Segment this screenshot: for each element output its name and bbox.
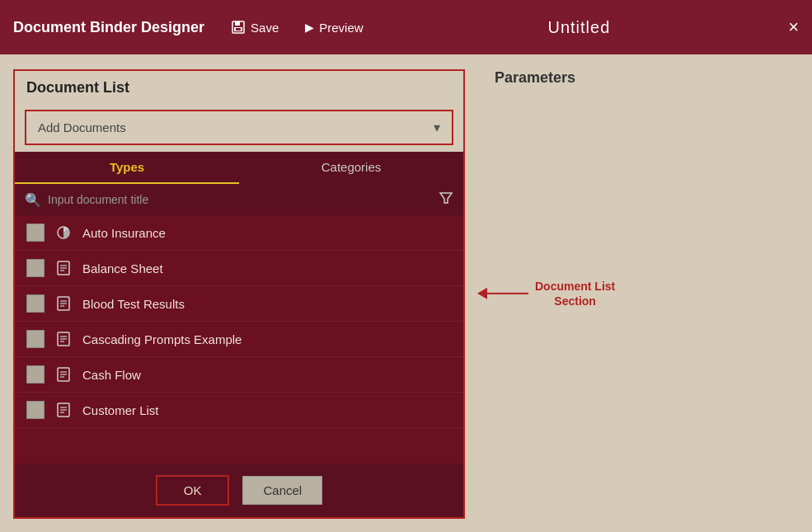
- tab-categories[interactable]: Categories: [239, 152, 463, 184]
- doc-name-6: Customer List: [82, 403, 159, 417]
- doc-icon-pie: [54, 224, 73, 242]
- ok-button[interactable]: OK: [156, 475, 230, 506]
- doc-checkbox-5[interactable]: [26, 365, 45, 384]
- cancel-button[interactable]: Cancel: [242, 476, 322, 505]
- svg-marker-4: [440, 193, 452, 203]
- list-item[interactable]: Cash Flow: [15, 357, 463, 393]
- doc-checkbox-4[interactable]: [26, 330, 45, 348]
- annotation-arrow: [478, 288, 528, 299]
- list-item[interactable]: Cascading Prompts Example: [15, 322, 463, 357]
- doc-name-4: Cascading Prompts Example: [82, 332, 242, 346]
- document-list-container: Document List Add Documents ▾ Types Cate…: [13, 69, 465, 519]
- doc-checkbox-6[interactable]: [26, 401, 45, 419]
- app-title: Document Binder Designer: [13, 19, 204, 36]
- list-item[interactable]: Balance Sheet: [15, 251, 463, 286]
- search-input[interactable]: [48, 193, 432, 206]
- add-documents-row: Add Documents ▾: [15, 103, 463, 152]
- title-bar: Document Binder Designer Save ▶ Preview …: [0, 0, 812, 54]
- doc-checkbox-1[interactable]: [26, 224, 45, 242]
- search-icon: 🔍: [25, 192, 41, 208]
- doc-name-2: Balance Sheet: [82, 261, 163, 275]
- list-item[interactable]: Auto Insurance: [15, 215, 463, 251]
- search-row: 🔍: [15, 184, 463, 215]
- list-item[interactable]: Customer List: [15, 393, 463, 428]
- save-button[interactable]: Save: [224, 16, 285, 38]
- doc-name-5: Cash Flow: [82, 368, 141, 382]
- doc-footer: OK Cancel: [15, 464, 463, 517]
- main-content: Document List Add Documents ▾ Types Cate…: [0, 54, 812, 532]
- preview-button[interactable]: ▶ Preview: [298, 17, 369, 38]
- filter-icon[interactable]: [439, 191, 453, 209]
- svg-rect-3: [236, 28, 241, 31]
- doc-icon-6: [54, 401, 73, 419]
- doc-icon-5: [54, 365, 73, 384]
- save-icon: [231, 20, 246, 35]
- list-item[interactable]: Blood Test Results: [15, 286, 463, 322]
- doc-icon-3: [54, 294, 73, 313]
- doc-icon-4: [54, 330, 73, 348]
- doc-name-3: Blood Test Results: [82, 297, 185, 311]
- svg-rect-1: [235, 21, 240, 26]
- add-documents-dropdown[interactable]: Add Documents ▾: [25, 110, 453, 145]
- document-list-header: Document List: [15, 71, 463, 103]
- tabs-row: Types Categories: [15, 152, 463, 184]
- doc-name-1: Auto Insurance: [82, 226, 166, 240]
- parameters-title: Parameters: [495, 69, 796, 87]
- tab-types[interactable]: Types: [15, 152, 239, 184]
- annotation-label: Document ListSection: [535, 278, 615, 308]
- doc-icon-2: [54, 259, 73, 277]
- left-panel: Document List Add Documents ▾ Types Cate…: [0, 54, 478, 532]
- arrow-line: [487, 293, 528, 294]
- arrow-head-icon: [477, 288, 487, 299]
- play-icon: ▶: [305, 21, 314, 34]
- annotation-container: Document ListSection: [478, 278, 615, 308]
- document-title: Untitled: [383, 18, 776, 37]
- doc-checkbox-3[interactable]: [26, 294, 45, 313]
- add-documents-label: Add Documents: [38, 120, 126, 134]
- document-list: Auto Insurance Balance Sheet: [15, 215, 463, 464]
- close-button[interactable]: ×: [788, 16, 799, 38]
- doc-checkbox-2[interactable]: [26, 259, 45, 277]
- right-panel: Parameters Document ListSection: [478, 54, 812, 532]
- chevron-down-icon: ▾: [434, 120, 440, 135]
